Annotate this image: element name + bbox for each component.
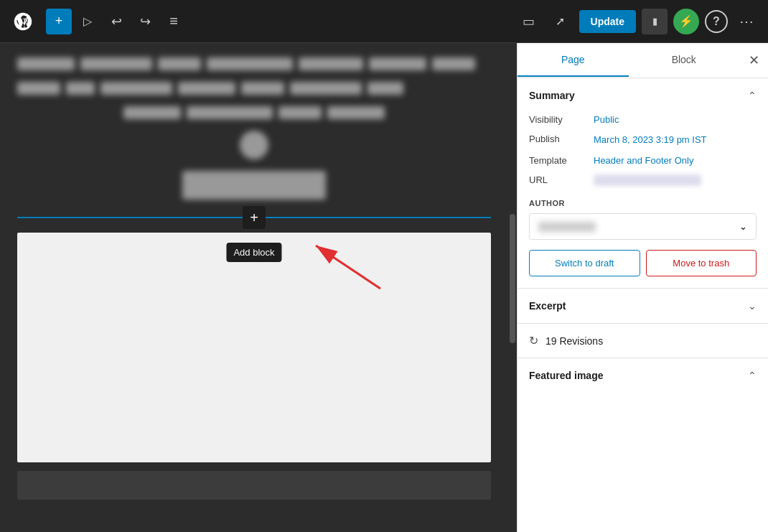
visibility-value[interactable]: Public — [594, 114, 619, 125]
more-options-button[interactable]: ⋯ — [734, 9, 759, 34]
editor-area: + Add block — [0, 43, 508, 532]
page-content: + Add block — [17, 57, 491, 518]
publish-value[interactable]: March 8, 2023 3:19 pm IST — [594, 134, 707, 146]
add-block-area: + Add block — [17, 217, 491, 218]
blur-block — [241, 82, 284, 95]
blur-block — [178, 82, 235, 95]
close-sidebar-button[interactable]: ✕ — [739, 43, 768, 78]
editor-canvas[interactable]: + Add block — [0, 43, 508, 532]
author-section: AUTHOR ⌄ — [529, 199, 757, 240]
blur-block — [432, 57, 475, 70]
template-label: Template — [529, 155, 594, 166]
sidebar: Page Block ✕ Summary ⌃ Visibility Public… — [517, 43, 768, 532]
tab-page[interactable]: Page — [518, 44, 629, 77]
dropdown-chevron-icon: ⌄ — [739, 221, 747, 232]
content-row-4 — [17, 131, 491, 159]
sidebar-icon: ▮ — [652, 16, 657, 27]
bolt-button[interactable]: ⚡ — [673, 9, 699, 34]
select-icon: ▷ — [83, 14, 92, 28]
redo-icon: ↪ — [140, 14, 151, 29]
blur-block — [66, 82, 95, 95]
document-overview-button[interactable]: ≡ — [161, 9, 187, 34]
sidebar-toggle-button[interactable]: ▮ — [642, 9, 668, 34]
ellipsis-icon: ⋯ — [739, 13, 754, 30]
template-row: Template Header and Footer Only — [529, 151, 757, 170]
revisions-section[interactable]: ↻ 19 Revisions — [518, 324, 768, 358]
blur-block — [100, 82, 172, 95]
author-name — [538, 222, 596, 232]
preview-desktop-button[interactable]: ▭ — [516, 9, 542, 34]
plus-icon: + — [55, 14, 63, 29]
add-block-button[interactable]: + — [46, 9, 72, 34]
sidebar-header: Page Block ✕ — [518, 43, 768, 78]
featured-image-section[interactable]: Featured image ⌃ — [518, 358, 768, 393]
summary-header[interactable]: Summary ⌃ — [529, 90, 757, 101]
blur-block — [290, 82, 362, 95]
red-arrow — [301, 238, 388, 299]
toolbar: + ▷ ↩ ↪ ≡ ▭ ➚ Update ▮ ⚡ ? ⋯ — [0, 0, 768, 43]
question-icon: ? — [713, 15, 720, 28]
list-icon: ≡ — [169, 13, 178, 29]
action-buttons: Switch to draft Move to trash — [529, 250, 757, 276]
revisions-icon: ↻ — [529, 334, 538, 347]
help-button[interactable]: ? — [705, 10, 728, 33]
author-select[interactable]: ⌄ — [529, 213, 757, 240]
blur-block — [17, 82, 60, 95]
scrollbar[interactable] — [508, 43, 517, 532]
add-block-tooltip: Add block — [226, 243, 281, 262]
template-value[interactable]: Header and Footer Only — [594, 155, 693, 166]
content-row-1 — [17, 57, 491, 70]
blur-block — [80, 57, 152, 70]
url-label: URL — [529, 174, 594, 185]
author-heading: AUTHOR — [529, 199, 757, 207]
publish-label: Publish — [529, 134, 594, 144]
empty-block — [17, 233, 491, 462]
url-value[interactable] — [594, 174, 701, 186]
main-area: + Add block — [0, 43, 768, 532]
blur-block — [187, 106, 273, 119]
blur-block — [369, 57, 426, 70]
svg-line-1 — [316, 246, 380, 289]
content-row-2 — [17, 82, 491, 95]
content-row-3 — [17, 106, 491, 119]
add-block-button-inline[interactable]: + — [243, 206, 266, 229]
switch-to-draft-button[interactable]: Switch to draft — [529, 250, 640, 276]
visibility-label: Visibility — [529, 114, 594, 125]
blur-block — [299, 57, 363, 70]
summary-table: Visibility Public Publish March 8, 2023 … — [529, 110, 757, 190]
undo-button[interactable]: ↩ — [103, 9, 129, 34]
featured-expand-icon: ⌃ — [748, 370, 757, 381]
blur-block — [17, 57, 75, 70]
update-button[interactable]: Update — [579, 10, 636, 33]
blur-block — [278, 106, 322, 119]
blur-block — [327, 106, 385, 119]
blur-block — [182, 171, 326, 200]
blur-block — [207, 57, 293, 70]
bolt-icon: ⚡ — [679, 14, 693, 28]
excerpt-section[interactable]: Excerpt ⌄ — [518, 289, 768, 324]
tab-block[interactable]: Block — [629, 44, 740, 77]
featured-image-title: Featured image — [529, 370, 603, 381]
undo-icon: ↩ — [111, 14, 122, 29]
url-row: URL — [529, 170, 757, 190]
scrollbar-thumb[interactable] — [510, 214, 515, 343]
excerpt-title: Excerpt — [529, 300, 566, 312]
bottom-bar — [17, 471, 491, 500]
excerpt-expand-icon: ⌄ — [748, 300, 757, 312]
sidebar-body: Summary ⌃ Visibility Public Publish Marc… — [518, 78, 768, 532]
redo-button[interactable]: ↪ — [132, 9, 158, 34]
blur-block — [123, 106, 181, 119]
wp-logo[interactable] — [9, 7, 37, 36]
publish-row: Publish March 8, 2023 3:19 pm IST — [529, 129, 757, 151]
summary-title: Summary — [529, 90, 575, 101]
revisions-label: 19 Revisions — [545, 335, 603, 347]
blur-block — [158, 57, 201, 70]
select-tool-button[interactable]: ▷ — [75, 9, 100, 34]
summary-section: Summary ⌃ Visibility Public Publish Marc… — [518, 78, 768, 289]
external-link-button[interactable]: ➚ — [548, 9, 573, 34]
block-divider: + — [17, 217, 491, 218]
desktop-icon: ▭ — [523, 14, 535, 29]
collapse-icon: ⌃ — [748, 90, 757, 101]
blur-block — [240, 131, 268, 159]
move-to-trash-button[interactable]: Move to trash — [646, 250, 757, 276]
